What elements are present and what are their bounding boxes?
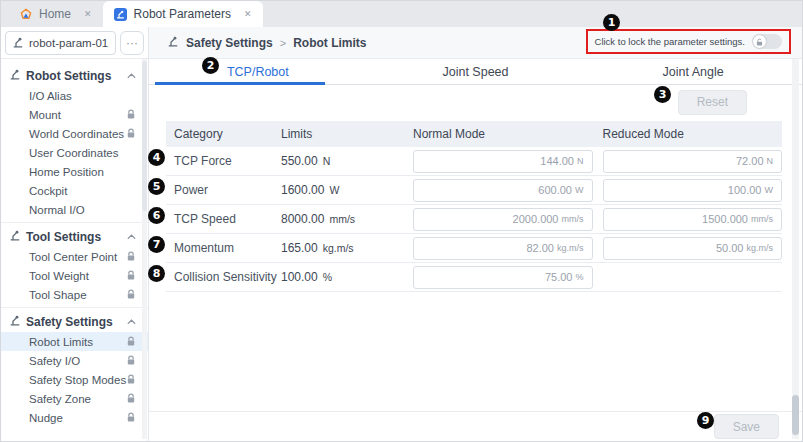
- window-tab-label: Robot Parameters: [134, 7, 231, 21]
- parameter-lock-toggle[interactable]: [752, 34, 782, 49]
- content-scrollbar-thumb[interactable]: [792, 395, 799, 435]
- main-content: Safety Settings > Robot Limits Click to …: [149, 27, 802, 441]
- close-icon[interactable]: ✕: [244, 9, 252, 19]
- reduced-mode-input[interactable]: 72.00N: [603, 150, 783, 173]
- annotation-badge-8: 8: [148, 265, 165, 282]
- table-row-power: Power1600.00W600.00W100.00W: [166, 176, 782, 205]
- window-tab-robot-parameters[interactable]: Robot Parameters✕: [103, 1, 263, 27]
- lock-hint-highlight-box: Click to lock the parameter settings.: [586, 29, 791, 54]
- annotation-badge-1: 1: [603, 14, 620, 31]
- normal-mode-input[interactable]: 82.00kg.m/s: [413, 237, 593, 260]
- reduced-mode-input[interactable]: 1500.000mm/s: [603, 208, 783, 231]
- sidebar-item-safety-zone[interactable]: Safety Zone: [1, 389, 148, 408]
- sidebar-item-tool-weight[interactable]: Tool Weight: [1, 266, 148, 285]
- reset-button[interactable]: Reset: [678, 90, 747, 115]
- lock-icon: [126, 393, 136, 404]
- lock-icon: [126, 128, 136, 139]
- normal-mode-input[interactable]: 600.00W: [413, 179, 593, 202]
- sidebar-item-tool-center-point[interactable]: Tool Center Point: [1, 247, 148, 266]
- sidebar-item-cockpit[interactable]: Cockpit: [1, 181, 148, 200]
- limit-unit: %: [323, 271, 332, 283]
- breadcrumb-item-safety-settings[interactable]: Safety Settings: [186, 36, 273, 50]
- sidebar-item-label: Tool Weight: [29, 270, 89, 282]
- chevron-up-icon: [127, 234, 136, 240]
- sidebar-item-mount[interactable]: Mount: [1, 105, 148, 124]
- sidebar-item-robot-limits[interactable]: Robot Limits: [1, 332, 148, 351]
- reset-row: Reset: [149, 85, 802, 119]
- annotation-badge-5: 5: [148, 178, 165, 195]
- sidebar-item-label: Normal I/O: [29, 204, 85, 216]
- input-unit: mm/s: [562, 214, 584, 224]
- sidebar-item-label: Safety I/O: [29, 355, 80, 367]
- content-scrollbar[interactable]: [792, 59, 799, 439]
- unlock-icon: [755, 33, 764, 51]
- chevron-up-icon: [127, 319, 136, 325]
- more-options-button[interactable]: ···: [120, 31, 144, 55]
- limit-unit: kg.m/s: [323, 242, 354, 254]
- window-tab-home[interactable]: Home✕: [9, 1, 103, 27]
- sidebar-scrollbar-thumb[interactable]: [142, 61, 147, 211]
- lock-icon: [126, 412, 136, 423]
- app-window: Home✕Robot Parameters✕ robot-param-01 ··…: [0, 0, 803, 442]
- sidebar-section-robot-settings[interactable]: Robot Settings: [1, 65, 148, 86]
- limit-unit: W: [329, 184, 339, 196]
- parameter-set-name: robot-param-01: [29, 37, 108, 49]
- annotation-badge-9: 9: [697, 412, 714, 429]
- annotation-badge-4: 4: [148, 149, 165, 166]
- lock-icon: [126, 109, 136, 120]
- section-divider: [1, 307, 148, 308]
- lock-icon: [126, 336, 136, 347]
- reduced-mode-input[interactable]: 50.00kg.m/s: [603, 237, 783, 260]
- input-value: 144.00: [540, 155, 574, 167]
- home-logo-icon: [20, 8, 32, 20]
- robot-arm-icon: [9, 314, 21, 329]
- lock-icon: [126, 289, 136, 300]
- limit-value: 100.00%: [281, 270, 403, 284]
- tab-label: Joint Speed: [442, 65, 508, 79]
- sidebar-item-label: User Coordinates: [29, 147, 118, 159]
- sidebar-section-tool-settings[interactable]: Tool Settings: [1, 226, 148, 247]
- tab-joint-angle[interactable]: Joint Angle: [584, 59, 802, 84]
- limit-number: 165.00: [281, 241, 318, 255]
- input-value: 600.00: [538, 184, 572, 196]
- sidebar-scrollbar[interactable]: [142, 59, 147, 439]
- normal-mode-input[interactable]: 144.00N: [413, 150, 593, 173]
- sidebar-item-world-coordinates[interactable]: World Coordinates: [1, 124, 148, 143]
- input-unit: kg.m/s: [746, 243, 773, 253]
- input-value: 82.00: [526, 242, 554, 254]
- close-icon[interactable]: ✕: [84, 9, 92, 19]
- tab-tcp-robot[interactable]: TCP/Robot: [149, 59, 367, 84]
- sidebar-section-safety-settings[interactable]: Safety Settings: [1, 311, 148, 332]
- sidebar-item-label: Safety Stop Modes: [29, 374, 126, 386]
- input-unit: %: [575, 272, 583, 282]
- limit-number: 1600.00: [281, 183, 324, 197]
- input-unit: N: [577, 156, 584, 166]
- sidebar-item-safety-i-o[interactable]: Safety I/O: [1, 351, 148, 370]
- limits-table: Category Limits Normal Mode Reduced Mode…: [166, 121, 782, 292]
- sidebar-item-label: Nudge: [29, 412, 63, 424]
- sidebar-section-label: Safety Settings: [26, 315, 113, 329]
- robot-arm-icon: [9, 68, 21, 83]
- sidebar-item-nudge[interactable]: Nudge: [1, 408, 148, 427]
- parameter-set-selector[interactable]: robot-param-01: [5, 31, 116, 55]
- sidebar-item-home-position[interactable]: Home Position: [1, 162, 148, 181]
- table-row-tcp-force: TCP Force550.00N144.00N72.00N: [166, 147, 782, 176]
- normal-mode-input[interactable]: 75.00%: [413, 266, 593, 289]
- breadcrumb: Safety Settings > Robot Limits: [167, 35, 366, 50]
- normal-mode-input[interactable]: 2000.000mm/s: [413, 208, 593, 231]
- annotation-badge-2: 2: [202, 57, 219, 74]
- sidebar-item-user-coordinates[interactable]: User Coordinates: [1, 143, 148, 162]
- column-header-category: Category: [166, 127, 271, 141]
- sidebar-item-normal-i-o[interactable]: Normal I/O: [1, 200, 148, 219]
- sidebar-item-safety-stop-modes[interactable]: Safety Stop Modes: [1, 370, 148, 389]
- sidebar-item-label: I/O Alias: [29, 90, 72, 102]
- sidebar-item-i-o-alias[interactable]: I/O Alias: [1, 86, 148, 105]
- input-value: 100.00: [728, 184, 762, 196]
- sidebar-item-tool-shape[interactable]: Tool Shape: [1, 285, 148, 304]
- sidebar-item-label: Home Position: [29, 166, 104, 178]
- limit-value: 165.00kg.m/s: [281, 241, 403, 255]
- limit-number: 8000.00: [281, 212, 324, 226]
- reduced-mode-input[interactable]: 100.00W: [603, 179, 783, 202]
- tab-joint-speed[interactable]: Joint Speed: [367, 59, 585, 84]
- save-button[interactable]: Save: [714, 414, 779, 439]
